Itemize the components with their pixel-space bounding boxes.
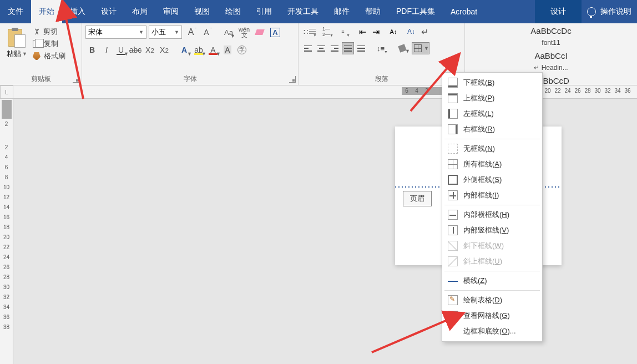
hanzi-label: 文 [239,32,250,38]
line-spacing-button[interactable]: ↕≡▼ [373,42,388,54]
document-area[interactable]: 页眉 [13,99,637,364]
dropdown-separator [444,139,540,139]
style-↵ Headin...[interactable]: AaBbCcI↵ Headin... [469,50,633,72]
decrease-indent-button[interactable]: ⇤ [356,26,368,38]
char-shading-button[interactable]: A [221,43,234,57]
ruler-vertical[interactable]: 22468101214161820222426283032343638 [0,99,13,364]
dialog-launcher-font[interactable] [289,76,296,83]
phonetic-guide-button[interactable]: wén文 [237,26,251,39]
menu-文件[interactable]: 文件 [0,0,31,23]
menu-design-contextual[interactable]: 设计 [535,0,582,23]
ruler-horizontal[interactable]: 642 202224262830323436 [13,85,637,99]
ruler-tick: 38 [0,324,13,334]
menu-布局[interactable]: 布局 [124,0,155,23]
bullets-button[interactable]: ∷▼ [302,26,317,38]
ruler-tick: 10 [0,184,13,194]
justify-button[interactable] [342,42,354,54]
font-color-button[interactable]: A▼ [206,43,220,57]
dropdown-item-label: 下框线(B) [463,78,494,88]
font-size-select[interactable]: 小五▼ [149,26,182,39]
dropdown-item-outside[interactable]: 外侧框线(S) [442,172,542,188]
ruler-tick: 8 [0,174,13,184]
superscript-button[interactable]: X2 [158,43,171,57]
multilevel-button[interactable]: ≡▼ [335,26,351,38]
annotation-arrow-1 [55,10,89,107]
dropdown-item-label: 左框线(L) [463,109,494,119]
text-direction-button[interactable]: A↕ [387,26,400,38]
B-icon: B [89,46,95,54]
character-border-button[interactable]: A [269,26,282,39]
menu-引用[interactable]: 引用 [249,0,280,23]
shrink-font-button[interactable]: Aˇ [200,26,213,39]
group-label-font: 字体 [82,74,298,84]
annotation-arrow-2 [405,61,461,119]
shading-button[interactable]: ▼ [394,42,411,54]
dropdown-item-label: 斜下框线(W) [463,241,504,251]
align-center-button[interactable] [315,42,327,54]
borders-split-button[interactable]: ▼ [412,42,429,54]
dropdown-item-right[interactable]: 右框线(R) [442,122,542,137]
align-left-button[interactable] [302,42,314,54]
ruler-tick: 24 [563,85,573,94]
text-effects-button[interactable]: A▼ [178,43,191,57]
ruler-tick: 30 [0,284,13,294]
tell-me-search[interactable]: 操作说明 [582,0,637,23]
dropdown-item-all[interactable]: 所有框线(A) [442,156,542,172]
highlight-button[interactable]: ab▼ [192,43,205,57]
dropdown-item-hline[interactable]: 横线(Z) [442,273,542,289]
dropdown-item-inside[interactable]: 内部框线(I) [442,188,542,203]
dropdown-separator [444,290,540,291]
increase-indent-button[interactable]: ⇥ [370,26,382,38]
subscript-button[interactable]: X2 [143,43,156,57]
line-spacing-icon: ↕≡ [377,44,385,53]
font-name-select[interactable]: 宋体▼ [85,26,146,39]
style-sample: AaBbCcI [534,51,567,60]
italic-button[interactable]: I [100,43,113,57]
menu-设计[interactable]: 设计 [93,0,124,23]
circle-char-icon: 字 [237,46,246,54]
strikethrough-button[interactable]: abc [129,43,142,57]
ruler-tick: 24 [0,254,13,264]
A-effects-icon: A [181,46,187,54]
chevron-down-icon[interactable]: ▼ [22,51,27,57]
A-shade-icon: A [224,46,231,54]
menu-视图[interactable]: 视图 [186,0,218,23]
distributed-button[interactable] [355,42,367,54]
I-icon: I [105,46,108,54]
ruler-tick: 26 [573,85,583,94]
header-tab[interactable]: 页眉 [403,191,432,206]
sup-icon: 2 [165,47,168,54]
dropdown-item-draw[interactable]: 绘制表格(D) [442,292,542,308]
ruler-tick: 28 [0,274,13,284]
enclose-char-button[interactable]: 字 [235,43,249,57]
ruler-tick: 28 [583,85,593,94]
numbering-button[interactable]: 1—2—▼ [318,26,334,38]
ruler-tick [0,134,13,144]
align-right-button[interactable] [328,42,341,54]
show-marks-button[interactable]: ↵ [418,26,431,38]
menu-Acrobat[interactable]: Acrobat [443,0,485,23]
ruler-tick: 30 [593,85,603,94]
underline-button[interactable]: U▼ [114,43,128,57]
chevron-down-icon[interactable]: ▼ [424,46,429,51]
sub-icon: 2 [150,47,154,54]
clear-formatting-button[interactable] [253,26,266,39]
menu-帮助[interactable]: 帮助 [357,0,388,23]
dropdown-item-inh[interactable]: 内部横框线(H) [442,207,542,223]
dropdown-item-none[interactable]: 无框线(N) [442,141,542,156]
paste-button[interactable]: 粘贴▼ [3,26,31,75]
menu-审阅[interactable]: 审阅 [155,0,186,23]
grow-font-button[interactable]: Aˆ [184,26,198,39]
menu-绘图[interactable]: 绘图 [218,0,249,23]
dropdown-separator [444,205,540,205]
style-font11[interactable]: AaBbCcDcfont11 [469,26,633,47]
dropdown-item-inv[interactable]: 内部竖框线(V) [442,223,542,238]
hline-border-icon [448,276,458,286]
menu-开发工具[interactable]: 开发工具 [280,0,326,23]
menu-PDF工具集[interactable]: PDF工具集 [388,0,443,23]
sort-button[interactable]: A↓ [405,26,417,38]
ruler-tick: 34 [613,85,623,94]
change-case-button[interactable]: Aa▼ [222,26,235,39]
menu-邮件[interactable]: 邮件 [326,0,357,23]
dropdown-item-label: 查看网格线(G) [463,311,510,321]
